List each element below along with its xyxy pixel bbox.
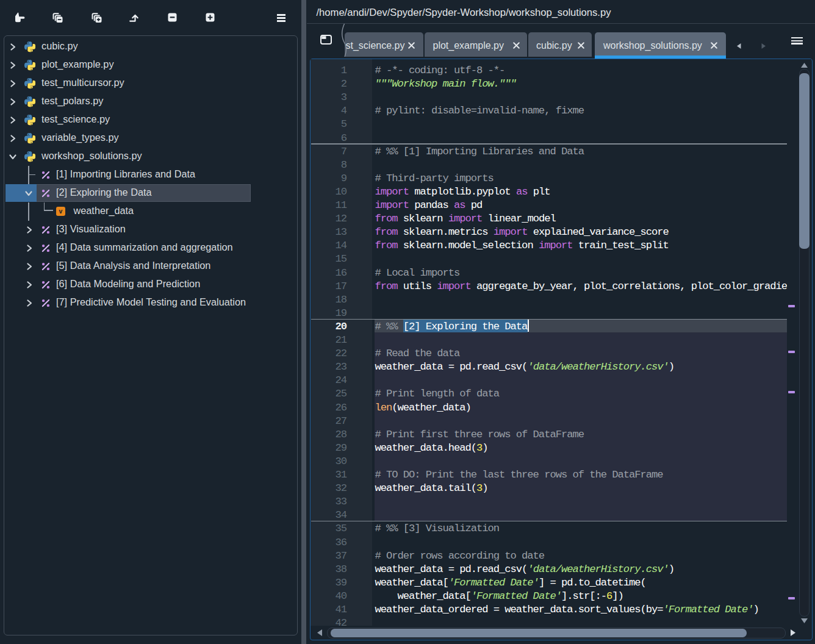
svg-text:v: v — [59, 207, 62, 215]
